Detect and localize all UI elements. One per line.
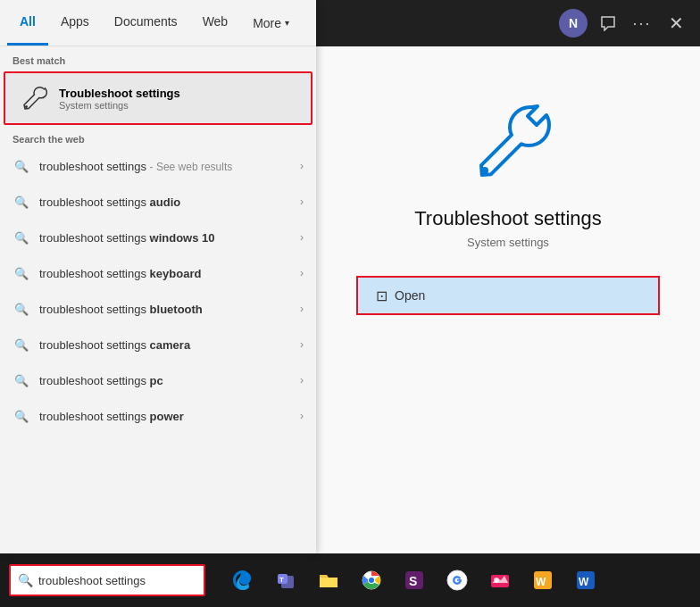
tab-all[interactable]: All [7,0,48,46]
list-item[interactable]: 🔍 troubleshoot settings pc › [0,362,316,398]
chevron-right-icon: › [300,338,304,351]
open-button-extension [443,278,658,313]
search-item-text: troubleshoot settings windows 10 [39,231,296,245]
taskbar-photos-icon[interactable] [480,561,520,600]
taskbar-icons: T S [223,561,605,600]
taskbar-search-icon: 🔍 [18,573,33,587]
search-icon: 🔍 [12,300,30,318]
chevron-right-icon: › [300,410,304,422]
list-item[interactable]: 🔍 troubleshoot settings windows 10 › [0,220,316,255]
taskbar-teams-icon[interactable]: T [266,561,305,600]
svg-point-1 [481,167,488,174]
tab-apps[interactable]: Apps [48,0,102,46]
chevron-right-icon: › [300,231,304,244]
open-button-container: ⊡ Open [356,276,660,315]
taskbar-google-icon[interactable] [438,561,477,600]
detail-subtitle: System settings [467,236,549,249]
taskbar-edge-icon[interactable] [223,561,262,600]
search-tabs: All Apps Documents Web More ▾ [0,0,316,46]
search-item-text: troubleshoot settings power [39,410,296,423]
search-item-text: troubleshoot settings - See web results [39,160,296,173]
chevron-right-icon: › [300,303,304,315]
svg-text:T: T [279,576,284,584]
tab-more[interactable]: More ▾ [240,0,302,46]
window-header: N ··· ✕ [316,0,700,46]
search-item-text: troubleshoot settings camera [39,338,296,352]
search-icon: 🔍 [12,336,30,353]
open-label: Open [395,288,425,303]
list-item[interactable]: 🔍 troubleshoot settings keyboard › [0,255,316,291]
svg-text:W: W [579,576,589,588]
tab-documents[interactable]: Documents [102,0,190,46]
chevron-right-icon: › [300,160,304,172]
search-icon: 🔍 [12,264,30,282]
detail-title: Troubleshoot settings [414,207,602,230]
taskbar-slack-icon[interactable]: S [395,561,434,600]
search-item-text: troubleshoot settings keyboard [39,267,296,280]
chevron-right-icon: › [300,374,304,387]
taskbar-explorer-icon[interactable] [309,561,348,600]
svg-text:S: S [409,574,417,588]
best-match-label: Best match [0,46,316,71]
chevron-right-icon: › [300,195,304,208]
wrench-icon [18,82,50,114]
window-icon: ⊡ [376,287,388,304]
svg-point-7 [369,578,374,583]
open-button[interactable]: ⊡ Open [358,278,443,313]
best-match-subtitle: System settings [59,100,180,111]
best-match-item[interactable]: Troubleshoot settings System settings [4,71,312,125]
list-item[interactable]: 🔍 troubleshoot settings - See web result… [0,148,316,184]
see-web-label: - See web results [150,161,233,173]
ellipsis-icon[interactable]: ··· [629,10,655,37]
chevron-right-icon: › [300,267,304,279]
search-icon: 🔍 [12,193,30,211]
search-popup: All Apps Documents Web More ▾ Best match… [0,0,316,553]
svg-text:W: W [536,576,546,588]
results-area: Best match Troubleshoot settings System … [0,46,316,553]
taskbar-wsxdn-icon[interactable]: W [523,561,562,600]
detail-wrench-icon [463,100,553,189]
tab-web[interactable]: Web [190,0,241,46]
detail-panel: Troubleshoot settings System settings ⊡ … [316,46,700,553]
best-match-title: Troubleshoot settings [59,87,180,100]
chevron-down-icon: ▾ [285,18,289,28]
search-item-text: troubleshoot settings pc [39,374,296,387]
best-match-text: Troubleshoot settings System settings [59,87,180,111]
list-item[interactable]: 🔍 troubleshoot settings power › [0,398,316,434]
taskbar: 🔍 troubleshoot settings T [0,553,700,607]
taskbar-word-icon[interactable]: W [566,561,605,600]
avatar[interactable]: N [559,9,588,37]
list-item[interactable]: 🔍 troubleshoot settings camera › [0,327,316,362]
taskbar-chrome-icon[interactable] [352,561,391,600]
search-icon: 🔍 [12,157,30,175]
taskbar-search-box[interactable]: 🔍 troubleshoot settings [9,564,205,596]
web-section-label: Search the web [0,125,316,148]
search-icon: 🔍 [12,229,30,246]
close-icon[interactable]: ✕ [662,10,689,37]
search-item-text: troubleshoot settings bluetooth [39,303,296,316]
list-item[interactable]: 🔍 troubleshoot settings bluetooth › [0,291,316,327]
svg-point-0 [25,105,28,108]
search-item-text: troubleshoot settings audio [39,195,296,209]
list-item[interactable]: 🔍 troubleshoot settings audio › [0,184,316,220]
search-icon: 🔍 [12,371,30,389]
feedback-icon[interactable] [595,10,621,37]
taskbar-search-text: troubleshoot settings [38,574,146,587]
search-icon: 🔍 [12,407,30,425]
